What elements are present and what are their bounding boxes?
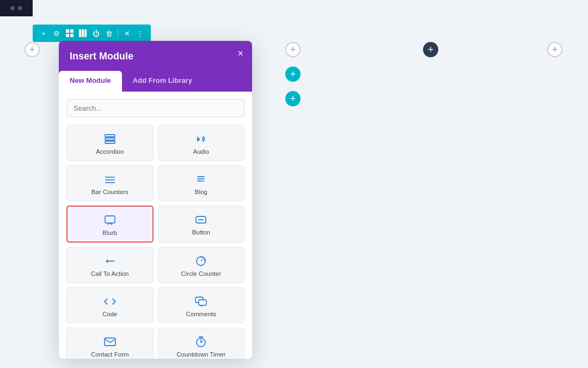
module-contact-form[interactable]: Contact Form [66, 328, 154, 359]
svg-rect-5 [82, 29, 84, 37]
module-circle-counter[interactable]: Circle Counter [158, 247, 245, 283]
toolbar-delete-icon[interactable]: 🗑 [103, 28, 114, 39]
svg-rect-7 [105, 135, 115, 137]
module-button[interactable]: Button [158, 206, 245, 243]
toolbar: + ⚙ ⏻ 🗑 ✕ ⋮ [33, 25, 151, 42]
countdown-timer-label: Countdown Timer [176, 351, 225, 358]
modules-grid: Accordion Audio [66, 125, 244, 359]
button-icon [195, 214, 206, 226]
plus-button-teal1[interactable]: + [285, 67, 301, 82]
svg-rect-14 [105, 216, 115, 223]
circle-counter-icon [195, 255, 206, 267]
contact-form-icon [104, 336, 116, 348]
blog-icon [195, 173, 206, 185]
toolbar-close-icon[interactable]: ✕ [121, 28, 132, 39]
module-accordion[interactable]: Accordion [66, 125, 154, 161]
modal-body: Accordion Audio [59, 92, 252, 359]
module-blurb[interactable]: Blurb [66, 206, 154, 243]
module-code[interactable]: Code [66, 287, 154, 323]
search-input[interactable] [66, 99, 244, 117]
toolbar-separator [118, 29, 118, 38]
svg-marker-10 [197, 136, 200, 142]
countdown-timer-icon [195, 336, 206, 348]
audio-label: Audio [193, 148, 209, 155]
svg-rect-0 [66, 29, 69, 33]
module-blog[interactable]: Blog [158, 165, 245, 201]
plus-button-right2[interactable]: + [547, 42, 562, 57]
module-bar-counters[interactable]: Bar Counters [66, 165, 154, 201]
top-bar-dot [18, 6, 22, 10]
code-label: Code [102, 311, 118, 317]
bar-counters-icon [105, 173, 115, 185]
modal-close-button[interactable]: × [237, 49, 243, 58]
svg-rect-3 [70, 34, 74, 37]
top-bar [0, 0, 33, 16]
button-label: Button [192, 229, 210, 236]
svg-rect-8 [105, 138, 115, 140]
plus-button-teal2[interactable]: + [285, 91, 301, 106]
blurb-icon [105, 214, 115, 226]
module-call-to-action[interactable]: Call To Action [66, 247, 154, 283]
plus-button-left[interactable]: + [24, 42, 40, 57]
modal-header: Insert Module × [59, 41, 252, 71]
toolbar-power-icon[interactable]: ⏻ [90, 28, 101, 39]
blog-label: Blog [195, 189, 207, 195]
svg-line-18 [201, 260, 203, 261]
toolbar-columns-icon[interactable] [77, 28, 88, 39]
plus-button-right1[interactable]: + [423, 42, 438, 57]
svg-rect-1 [70, 29, 74, 33]
tab-add-from-library[interactable]: Add From Library [122, 71, 203, 92]
accordion-label: Accordion [96, 148, 124, 155]
svg-rect-9 [105, 141, 115, 143]
call-to-action-icon [105, 255, 115, 267]
call-to-action-label: Call To Action [91, 270, 128, 277]
module-audio[interactable]: Audio [158, 125, 245, 161]
code-icon [104, 295, 116, 307]
modal-tabs: New Module Add From Library [59, 71, 252, 92]
svg-rect-2 [66, 34, 69, 37]
top-bar-dot [10, 6, 15, 10]
comments-label: Comments [186, 311, 216, 317]
circle-counter-label: Circle Counter [181, 270, 222, 277]
toolbar-more-icon[interactable]: ⋮ [134, 28, 145, 39]
module-comments[interactable]: Comments [158, 287, 245, 323]
svg-rect-20 [199, 300, 206, 305]
svg-rect-6 [84, 29, 87, 37]
insert-module-modal: Insert Module × New Module Add From Libr… [59, 41, 252, 359]
audio-icon [195, 133, 206, 145]
accordion-icon [105, 133, 115, 145]
contact-form-label: Contact Form [91, 351, 129, 358]
toolbar-layout-icon[interactable] [64, 28, 75, 39]
bar-counters-label: Bar Counters [91, 189, 128, 195]
toolbar-settings-icon[interactable]: ⚙ [51, 28, 62, 39]
comments-icon [195, 295, 207, 307]
toolbar-add-icon[interactable]: + [38, 28, 49, 39]
plus-button-mid[interactable]: + [285, 42, 301, 57]
modal-title: Insert Module [70, 51, 133, 71]
svg-rect-4 [79, 29, 81, 37]
tab-new-module[interactable]: New Module [59, 71, 122, 92]
blurb-label: Blurb [102, 230, 117, 236]
module-countdown-timer[interactable]: Countdown Timer [158, 328, 245, 359]
